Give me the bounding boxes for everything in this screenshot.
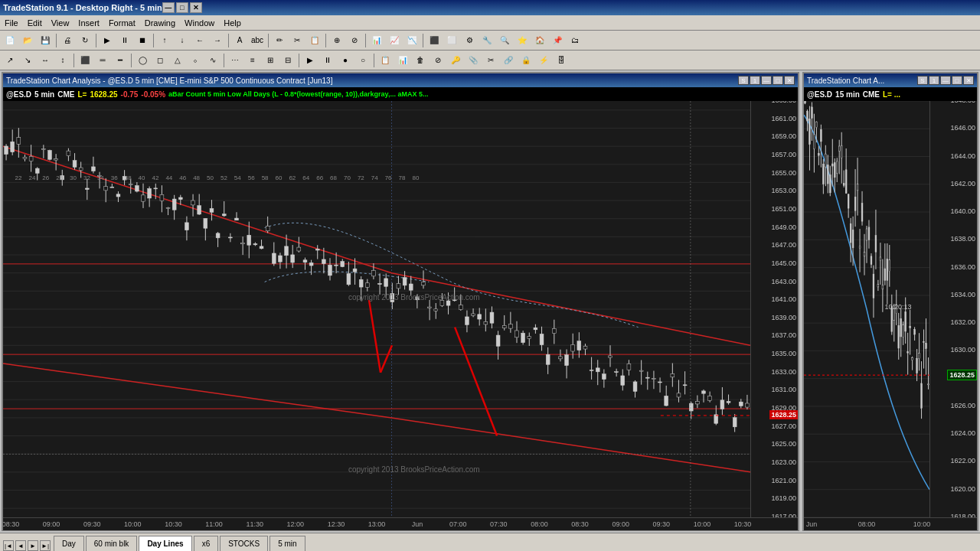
tb2-20[interactable]: ○ [354, 52, 371, 69]
tab-5min[interactable]: 5 min [270, 536, 305, 551]
tb10[interactable]: A [231, 32, 248, 49]
menu-help[interactable]: Help [219, 15, 246, 30]
tb3[interactable]: ▶ [99, 32, 116, 49]
tb4[interactable]: ⏸ [116, 32, 133, 49]
tb23[interactable]: 🔧 [479, 32, 495, 49]
chart-right-1-btn[interactable]: 1 [929, 76, 939, 85]
tb7[interactable]: ↓ [174, 32, 191, 49]
nav-next[interactable]: ► [28, 540, 38, 551]
tb2-31[interactable]: 🗄 [553, 52, 570, 69]
tb2-28[interactable]: 🔗 [500, 52, 517, 69]
save-btn[interactable]: 💾 [37, 32, 54, 49]
chart-left-title-btns: S 1 — □ ✕ [738, 76, 795, 85]
chart-left-max-btn[interactable]: □ [773, 76, 783, 85]
tb2-8[interactable]: ◯ [134, 52, 151, 69]
tb2-1[interactable]: ↗ [2, 52, 18, 69]
tb19[interactable]: 📉 [403, 32, 420, 49]
menu-window[interactable]: Window [180, 15, 219, 30]
toolbar-2: ↗ ↘ ↔ ↕ ⬛ ═ ━ ◯ ◻ △ ⬦ ∿ ⋯ ≡ ⊞ ⊟ ▶ ⏸ ● ○ … [0, 51, 980, 70]
title-bar: TradeStation 9.1 - Desktop Right - 5 min… [0, 0, 980, 15]
tb2-6[interactable]: ═ [94, 52, 111, 69]
tb15[interactable]: ⊕ [328, 32, 345, 49]
chart-left-close-btn[interactable]: ✕ [784, 76, 795, 85]
chart-left-min-btn[interactable]: — [761, 76, 772, 85]
tb2-13[interactable]: ⋯ [227, 52, 243, 69]
tb12[interactable]: ✏ [271, 32, 288, 49]
menu-file[interactable]: File [0, 15, 23, 30]
tb2-18[interactable]: ⏸ [319, 52, 336, 69]
tb2-15[interactable]: ⊞ [262, 52, 279, 69]
left-chart-canvas[interactable] [3, 101, 750, 517]
tb2-21[interactable]: 📋 [377, 52, 394, 69]
chart-left-1-btn[interactable]: 1 [750, 76, 760, 85]
tb14[interactable]: 📋 [306, 32, 323, 49]
nav-prev[interactable]: ◄ [15, 540, 26, 551]
chart-left-s-btn[interactable]: S [738, 76, 749, 85]
tb2-4[interactable]: ↕ [54, 52, 71, 69]
tb26[interactable]: 🏠 [531, 32, 548, 49]
refresh-btn[interactable]: ↻ [77, 32, 93, 49]
tb2-24[interactable]: ⊘ [430, 52, 446, 69]
tb21[interactable]: ⬜ [443, 32, 460, 49]
tb2-22[interactable]: 📊 [394, 52, 411, 69]
print-btn[interactable]: 🖨 [59, 32, 76, 49]
tb2-2[interactable]: ↘ [19, 52, 36, 69]
tb2-14[interactable]: ≡ [244, 52, 261, 69]
menu-insert[interactable]: Insert [74, 15, 104, 30]
tb17[interactable]: 📊 [368, 32, 385, 49]
tab-stocks[interactable]: STOCKS [220, 536, 268, 551]
tb28[interactable]: 🗂 [567, 32, 583, 49]
tb2-26[interactable]: 📎 [465, 52, 482, 69]
tb2-10[interactable]: △ [169, 52, 186, 69]
tb2-5[interactable]: ⬛ [77, 52, 93, 69]
tb5[interactable]: ⏹ [134, 32, 151, 49]
tb16[interactable]: ⊘ [346, 32, 363, 49]
menu-view[interactable]: View [47, 15, 74, 30]
tb27[interactable]: 📌 [549, 32, 566, 49]
maximize-btn[interactable]: □ [176, 2, 188, 13]
tb2-23[interactable]: 🗑 [412, 52, 429, 69]
chart-right-info-bar: @ES.D 15 min CME L= ... [804, 87, 977, 101]
tb2-7[interactable]: ━ [112, 52, 129, 69]
tb6[interactable]: ↑ [156, 32, 173, 49]
tb2-11[interactable]: ⬦ [187, 52, 204, 69]
tb11[interactable]: abc [249, 32, 266, 49]
menu-drawing[interactable]: Drawing [140, 15, 180, 30]
tb2-25[interactable]: 🔑 [447, 52, 464, 69]
right-chart-canvas[interactable] [804, 101, 929, 517]
tb18[interactable]: 📈 [386, 32, 403, 49]
minimize-btn[interactable]: — [162, 2, 175, 13]
menu-edit[interactable]: Edit [23, 15, 47, 30]
tb2-17[interactable]: ▶ [302, 52, 318, 69]
open-btn[interactable]: 📂 [19, 32, 36, 49]
tab-day[interactable]: Day [54, 536, 84, 551]
new-btn[interactable]: 📄 [2, 32, 18, 49]
chart-right-min-btn[interactable]: — [940, 76, 951, 85]
tb2-27[interactable]: ✂ [482, 52, 499, 69]
tb13[interactable]: ✂ [289, 32, 305, 49]
tb25[interactable]: ⭐ [514, 32, 531, 49]
menu-format[interactable]: Format [104, 15, 140, 30]
tb2-19[interactable]: ● [337, 52, 354, 69]
tb2-29[interactable]: 🔒 [518, 52, 534, 69]
chart-right-title-bar: TradeStation Chart A... S 1 — □ ✕ [804, 73, 977, 87]
tab-daylines[interactable]: Day Lines [139, 536, 191, 551]
chart-right-max-btn[interactable]: □ [952, 76, 962, 85]
close-btn[interactable]: ✕ [190, 2, 202, 13]
chart-right-close-btn[interactable]: ✕ [963, 76, 974, 85]
tab-x6[interactable]: x6 [194, 536, 219, 551]
nav-first[interactable]: |◄ [3, 540, 14, 551]
tb2-9[interactable]: ◻ [152, 52, 168, 69]
tb2-3[interactable]: ↔ [37, 52, 54, 69]
tb24[interactable]: 🔍 [496, 32, 513, 49]
tb2-12[interactable]: ∿ [204, 52, 221, 69]
chart-right-s-btn[interactable]: S [917, 76, 928, 85]
tb20[interactable]: ⬛ [426, 32, 443, 49]
tb8[interactable]: ← [191, 32, 208, 49]
nav-last[interactable]: ►| [40, 540, 51, 551]
tb2-16[interactable]: ⊟ [279, 52, 296, 69]
tb9[interactable]: → [209, 32, 226, 49]
tab-60min[interactable]: 60 min blk [86, 536, 138, 551]
tb2-30[interactable]: ⚡ [535, 52, 552, 69]
tb22[interactable]: ⚙ [461, 32, 478, 49]
